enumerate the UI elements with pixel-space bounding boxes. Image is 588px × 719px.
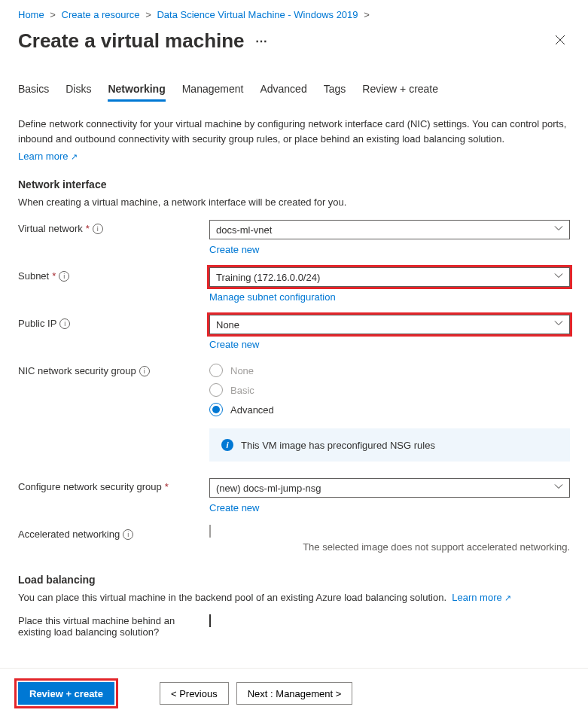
info-icon[interactable]: i [59, 271, 69, 282]
subnet-select[interactable]: Training (172.16.0.0/24) [209, 267, 570, 287]
manage-subnet-link[interactable]: Manage subnet configuration [209, 290, 336, 303]
next-button[interactable]: Next : Management > [236, 682, 353, 705]
nic-nsg-radio-group: None Basic Advanced [209, 362, 570, 416]
chevron-down-icon [554, 272, 563, 283]
review-create-button[interactable]: Review + create [18, 682, 114, 705]
breadcrumb: Home > Create a resource > Data Science … [18, 9, 570, 20]
lb-place-checkbox[interactable] [209, 614, 211, 627]
info-icon[interactable]: i [93, 224, 103, 234]
nsg-option-advanced[interactable]: Advanced [209, 403, 570, 416]
virtual-network-label: Virtual network* i [18, 220, 209, 234]
chevron-down-icon [554, 483, 563, 494]
info-icon[interactable]: i [123, 529, 133, 540]
nic-nsg-label: NIC network security group i [18, 362, 209, 376]
load-balancing-sub: You can place this virtual machine in th… [18, 592, 570, 603]
network-interface-sub: When creating a virtual machine, a netwo… [18, 197, 570, 208]
footer: Review + create < Previous Next : Manage… [0, 668, 588, 718]
tab-management[interactable]: Management [182, 83, 244, 102]
public-ip-select[interactable]: None [209, 315, 570, 334]
nsg-option-basic: Basic [209, 383, 570, 397]
breadcrumb-home[interactable]: Home [18, 9, 44, 20]
public-ip-label: Public IP i [18, 315, 209, 329]
external-link-icon: ↗ [504, 593, 511, 602]
tabs: Basics Disks Networking Management Advan… [18, 83, 570, 102]
configure-nsg-label: Configure network security group* [18, 478, 209, 492]
lb-learn-more-link[interactable]: Learn more ↗ [452, 592, 511, 603]
close-icon[interactable] [550, 30, 570, 53]
cfg-nsg-create-new-link[interactable]: Create new [209, 501, 259, 513]
info-icon[interactable]: i [59, 318, 70, 329]
tab-advanced[interactable]: Advanced [260, 83, 306, 102]
network-interface-heading: Network interface [18, 178, 570, 190]
chevron-down-icon [554, 224, 563, 236]
load-balancing-heading: Load balancing [18, 574, 570, 586]
info-icon[interactable]: i [139, 366, 150, 376]
pip-create-new-link[interactable]: Create new [209, 337, 259, 350]
lb-place-label: Place this virtual machine behind an exi… [18, 615, 209, 638]
intro-learn-more-link[interactable]: Learn more ↗ [18, 151, 78, 162]
tab-basics[interactable]: Basics [18, 83, 49, 102]
previous-button[interactable]: < Previous [160, 682, 229, 705]
tab-tags[interactable]: Tags [324, 83, 346, 102]
external-link-icon: ↗ [71, 152, 78, 161]
breadcrumb-product[interactable]: Data Science Virtual Machine - Windows 2… [157, 9, 358, 20]
breadcrumb-create-resource[interactable]: Create a resource [62, 9, 140, 20]
nsg-info-banner: i This VM image has preconfigured NSG ru… [209, 428, 570, 462]
configure-nsg-select[interactable]: (new) docs-ml-jump-nsg [209, 478, 570, 498]
accelerated-networking-helper: The selected image does not support acce… [209, 541, 570, 553]
accelerated-networking-label: Accelerated networking i [18, 526, 209, 540]
info-filled-icon: i [221, 439, 233, 451]
accelerated-networking-checkbox [209, 525, 211, 538]
vnet-create-new-link[interactable]: Create new [209, 242, 259, 255]
more-icon[interactable]: ⋯ [255, 34, 269, 48]
tab-review[interactable]: Review + create [362, 83, 438, 102]
nsg-option-none: None [209, 364, 570, 377]
tab-networking[interactable]: Networking [108, 83, 165, 102]
chevron-down-icon [554, 319, 563, 331]
subnet-label: Subnet* i [18, 267, 209, 282]
virtual-network-select[interactable]: docs-ml-vnet [209, 220, 570, 239]
page-title: Create a virtual machine ⋯ [18, 29, 269, 53]
intro-text: Define network connectivity for your vir… [18, 117, 570, 146]
tab-disks[interactable]: Disks [66, 83, 91, 102]
